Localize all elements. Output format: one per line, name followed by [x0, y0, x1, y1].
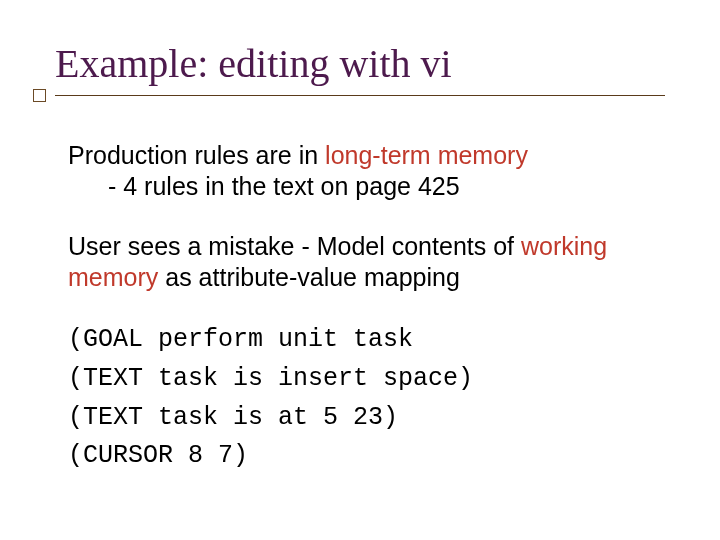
code-line-2: (TEXT task is insert space)	[68, 364, 473, 393]
slide-title: Example: editing with vi	[55, 40, 665, 87]
p1-highlight: long-term memory	[325, 141, 528, 169]
slide-body: Production rules are in long-term memory…	[68, 140, 668, 476]
title-block: Example: editing with vi	[55, 40, 665, 96]
paragraph-1: Production rules are in long-term memory…	[68, 140, 668, 203]
code-line-3: (TEXT task is at 5 23)	[68, 403, 398, 432]
code-block: (GOAL perform unit task (TEXT task is in…	[68, 321, 668, 476]
code-line-1: (GOAL perform unit task	[68, 325, 413, 354]
p1-subline: - 4 rules in the text on page 425	[68, 171, 668, 202]
paragraph-2: User sees a mistake - Model contents of …	[68, 231, 668, 294]
title-underline	[55, 95, 665, 96]
slide: Example: editing with vi Production rule…	[0, 0, 720, 540]
p2-text-c: as attribute-value mapping	[158, 263, 460, 291]
code-line-4: (CURSOR 8 7)	[68, 441, 248, 470]
p1-text: Production rules are in	[68, 141, 325, 169]
p2-text-a: User sees a mistake - Model contents of	[68, 232, 521, 260]
